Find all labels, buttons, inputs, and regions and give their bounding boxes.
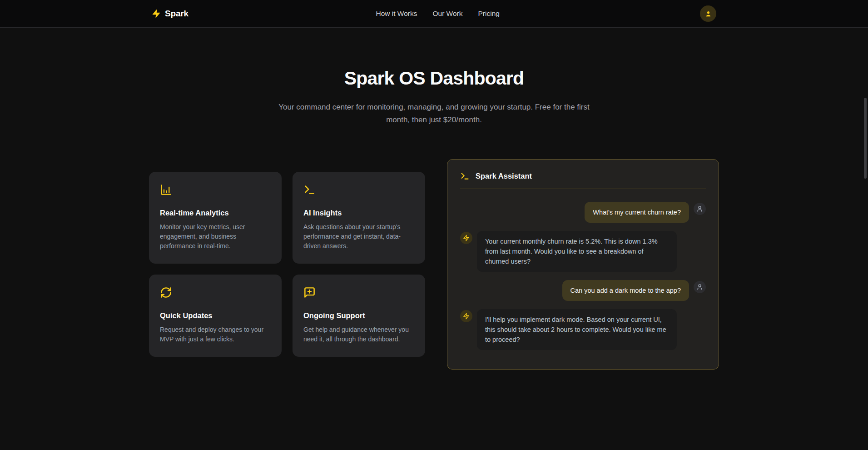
user-icon [704, 10, 712, 18]
nav-item-pricing[interactable]: Pricing [478, 10, 500, 18]
feature-card-ai-insights: AI Insights Ask questions about your sta… [293, 172, 425, 264]
assistant-panel: Spark Assistant What's my current churn … [447, 159, 719, 370]
user-avatar [694, 203, 706, 215]
bar-chart-icon [160, 184, 172, 196]
nav-links: How it Works Our Work Pricing [376, 10, 499, 18]
lightning-bolt-icon [463, 313, 470, 320]
user-icon [696, 205, 703, 212]
features-grid: Real-time Analytics Monitor your key met… [149, 172, 425, 357]
terminal-icon [460, 171, 470, 181]
chat-message-assistant: I'll help you implement dark mode. Based… [460, 309, 706, 350]
account-avatar-button[interactable] [700, 5, 716, 22]
assistant-avatar [460, 232, 472, 244]
page-title: Spark OS Dashboard [0, 68, 868, 89]
brand-logo[interactable]: Spark [152, 9, 188, 19]
top-navbar: Spark How it Works Our Work Pricing [0, 0, 868, 28]
divider [460, 189, 706, 189]
chat-message-list: What's my current churn rate? Your curre… [460, 202, 706, 350]
refresh-icon [160, 286, 172, 299]
nav-item-our-work[interactable]: Our Work [432, 10, 462, 18]
page-subtitle: Your command center for monitoring, mana… [275, 101, 593, 126]
feature-description: Monitor your key metrics, user engagemen… [160, 222, 271, 251]
feature-card-ongoing-support: Ongoing Support Get help and guidance wh… [293, 275, 425, 357]
message-plus-icon [303, 286, 316, 299]
chat-message-user: Can you add a dark mode to the app? [460, 280, 706, 301]
feature-description: Get help and guidance whenever you need … [303, 325, 414, 344]
feature-card-quick-updates: Quick Updates Request and deploy changes… [149, 275, 282, 357]
brand-name: Spark [165, 9, 188, 19]
terminal-icon [303, 184, 316, 196]
user-icon [696, 284, 703, 290]
nav-item-how-it-works[interactable]: How it Works [376, 10, 417, 18]
feature-title: Ongoing Support [303, 311, 414, 320]
user-avatar [694, 281, 706, 293]
feature-description: Ask questions about your startup's perfo… [303, 222, 414, 251]
user-message-bubble: What's my current churn rate? [585, 202, 689, 223]
feature-card-analytics: Real-time Analytics Monitor your key met… [149, 172, 282, 264]
feature-description: Request and deploy changes to your MVP w… [160, 325, 271, 344]
feature-title: Real-time Analytics [160, 209, 271, 217]
lightning-bolt-icon [463, 235, 470, 241]
chat-message-assistant: Your current monthly churn rate is 5.2%.… [460, 231, 706, 272]
assistant-avatar [460, 310, 472, 322]
assistant-message-bubble: I'll help you implement dark mode. Based… [477, 309, 677, 350]
scrollbar-thumb[interactable] [864, 98, 867, 179]
assistant-message-bubble: Your current monthly churn rate is 5.2%.… [477, 231, 677, 272]
hero-section: Spark OS Dashboard Your command center f… [0, 28, 868, 126]
feature-title: AI Insights [303, 209, 414, 217]
user-message-bubble: Can you add a dark mode to the app? [562, 280, 689, 301]
lightning-bolt-icon [152, 9, 161, 18]
assistant-title: Spark Assistant [476, 172, 532, 180]
chat-message-user: What's my current churn rate? [460, 202, 706, 223]
main-content: Real-time Analytics Monitor your key met… [149, 159, 719, 370]
assistant-panel-header: Spark Assistant [460, 171, 706, 181]
feature-title: Quick Updates [160, 311, 271, 320]
